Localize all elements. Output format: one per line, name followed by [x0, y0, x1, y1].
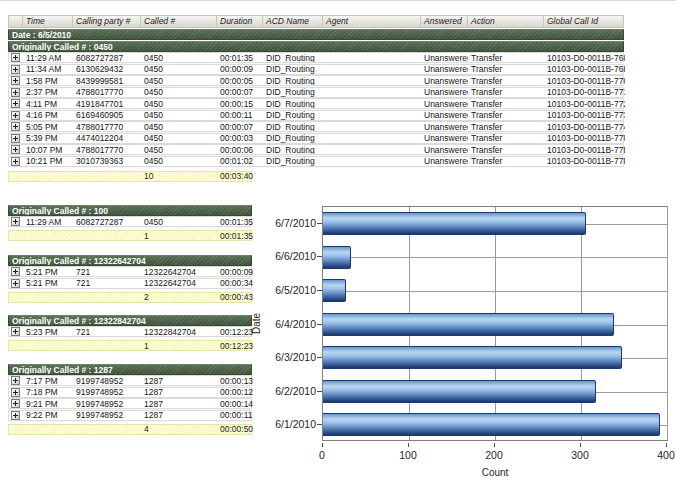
chart-bar [323, 413, 660, 436]
cell-answered: Unanswered [421, 53, 468, 62]
expand-plus-icon[interactable] [11, 76, 20, 85]
y-tick-label: 6/1/2010 [250, 418, 316, 430]
expand-cell [9, 88, 23, 97]
x-axis-title: Count [322, 467, 668, 478]
expand-cell [9, 327, 23, 336]
expand-plus-icon[interactable] [11, 53, 20, 62]
cell-called: 1287 [141, 376, 217, 385]
expand-plus-icon[interactable] [11, 88, 20, 97]
table-row: 10:21 PM3010739363045000:01:02DID_Routin… [8, 156, 624, 167]
expand-plus-icon[interactable] [11, 111, 20, 120]
summary-spacer [9, 231, 141, 240]
cell-global_id: 10103-D0-0011B-768 [544, 53, 625, 62]
summary-spacer [9, 425, 141, 434]
column-header-agent[interactable]: Agent [323, 16, 421, 27]
expand-cell [9, 279, 23, 288]
cell-global_id: 10103-D0-0011B-770 [544, 76, 625, 85]
cell-called: 12322642704 [141, 267, 217, 276]
y-tick-mark [317, 324, 322, 325]
expand-plus-icon[interactable] [11, 99, 20, 108]
expand-plus-icon[interactable] [11, 122, 20, 131]
summary-spacer [9, 293, 141, 302]
cell-duration: 00:00:15 [217, 99, 263, 108]
group-summary-row: 2 00:00:43 [8, 292, 252, 303]
expand-plus-icon[interactable] [11, 145, 20, 154]
cell-global_id: 10103-D0-0011B-773 [544, 111, 625, 120]
cell-calling: 4788017770 [73, 88, 141, 97]
cell-called: 12322642704 [141, 279, 217, 288]
cell-time: 10:07 PM [23, 145, 73, 154]
cell-agent [323, 157, 421, 166]
expand-plus-icon[interactable] [11, 279, 20, 288]
cell-time: 11:34 AM [23, 65, 73, 74]
cell-global_id: 10103-D0-0011B-76F [544, 65, 625, 74]
x-tick-mark [494, 443, 495, 447]
expand-plus-icon[interactable] [11, 157, 20, 166]
originally-called-group-header[interactable]: Originally Called # : 12322642704 [8, 255, 252, 266]
cell-duration: 00:00:07 [217, 88, 263, 97]
expand-plus-icon[interactable] [11, 267, 20, 276]
column-header-answered[interactable]: Answered [421, 16, 468, 27]
cell-duration: 00:00:13 [217, 376, 253, 385]
y-tick-mark [317, 424, 322, 425]
table-row: 2:37 PM4788017770045000:00:07DID_Routing… [8, 87, 624, 98]
cell-called: 0450 [141, 157, 217, 166]
table-row: 7:17 PM9199748952128700:00:13 [8, 375, 252, 386]
cell-calling: 4474012204 [73, 134, 141, 143]
cell-action: Transfer [468, 53, 544, 62]
cell-answered: Unanswered [421, 88, 468, 97]
expand-plus-icon[interactable] [11, 399, 20, 408]
expand-plus-icon[interactable] [11, 327, 20, 336]
cell-calling: 8439999581 [73, 76, 141, 85]
column-header-time[interactable]: Time [23, 16, 73, 27]
cell-calling: 4191847701 [73, 99, 141, 108]
table-row: 5:05 PM4788017770045000:00:07DID_Routing… [8, 121, 624, 132]
originally-called-group-header[interactable]: Originally Called # : 100 [8, 205, 252, 216]
expand-cell [9, 122, 23, 131]
cell-duration: 00:00:09 [217, 65, 263, 74]
cell-calling: 9199748952 [73, 411, 141, 420]
expand-plus-icon[interactable] [11, 65, 20, 74]
cell-action: Transfer [468, 88, 544, 97]
expand-plus-icon[interactable] [11, 376, 20, 385]
y-tick-mark [317, 290, 322, 291]
summary-total-duration: 00:03:40 [217, 172, 253, 181]
cell-called: 0450 [141, 111, 217, 120]
column-header-global-call-id[interactable]: Global Call Id [544, 16, 625, 27]
column-header-calling-party[interactable]: Calling party # [73, 16, 141, 27]
summary-total-duration: 00:00:43 [217, 293, 253, 302]
table-body: 7:17 PM9199748952128700:00:137:18 PM9199… [8, 375, 252, 421]
expand-cell [9, 411, 23, 420]
expand-cell [9, 217, 23, 226]
expand-plus-icon[interactable] [11, 388, 20, 397]
originally-called-group-header[interactable]: Originally Called # : 0450 [8, 41, 624, 52]
date-group-header[interactable]: Date : 6/5/2010 [8, 29, 624, 40]
expand-plus-icon[interactable] [11, 411, 20, 420]
originally-called-group-header[interactable]: Originally Called # : 12322842704 [8, 315, 252, 326]
cell-action: Transfer [468, 145, 544, 154]
cell-action: Transfer [468, 65, 544, 74]
summary-call-count: 2 [141, 293, 217, 302]
table-row: 4:16 PM6169460905045000:00:11DID_Routing… [8, 110, 624, 121]
table-row: 1:58 PM8439999581045000:00:05DID_Routing… [8, 75, 624, 86]
table-row: 4:11 PM4191847701045000:00:15DID_Routing… [8, 98, 624, 109]
summary-call-count: 10 [141, 172, 217, 181]
column-header-acd-name[interactable]: ACD Name [263, 16, 323, 27]
summary-call-count: 4 [141, 425, 217, 434]
y-tick-mark [317, 357, 322, 358]
cell-global_id: 10103-D0-0011B-778 [544, 134, 625, 143]
cell-called: 0450 [141, 99, 217, 108]
cell-time: 7:17 PM [23, 376, 73, 385]
originally-called-group-header[interactable]: Originally Called # : 1287 [8, 364, 252, 375]
column-header-called[interactable]: Called # [141, 16, 217, 27]
column-header-duration[interactable]: Duration [217, 16, 263, 27]
column-header-action[interactable]: Action [468, 16, 544, 27]
expand-plus-icon[interactable] [11, 134, 20, 143]
table-row: 9:22 PM9199748952128700:00:11 [8, 410, 252, 421]
table-body: 11:29 AM6082727287045000:01:35 [8, 216, 252, 227]
expand-plus-icon[interactable] [11, 217, 20, 226]
expand-cell [9, 157, 23, 166]
cell-global_id: 10103-D0-0011B-772 [544, 99, 625, 108]
cell-agent [323, 111, 421, 120]
cell-calling: 4788017770 [73, 122, 141, 131]
